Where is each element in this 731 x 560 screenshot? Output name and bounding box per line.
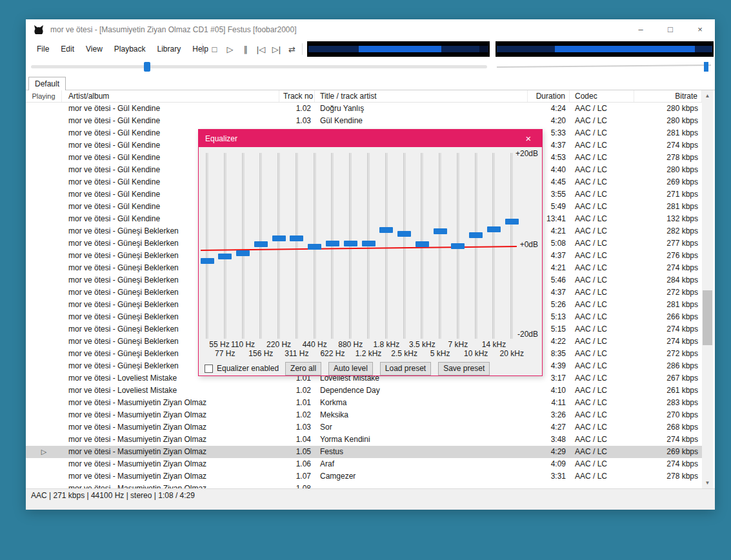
- playlist-row[interactable]: ▷mor ve ötesi - Masumiyetin Ziyan Olmaz1…: [26, 446, 702, 458]
- bitrate-cell: 280 kbps: [634, 164, 702, 176]
- eq-band-track-110Hz[interactable]: [242, 153, 245, 339]
- save-preset-button[interactable]: Save preset: [438, 362, 490, 375]
- playlist-row[interactable]: mor ve ötesi - Masumiyetin Ziyan Olmaz1.…: [26, 434, 702, 446]
- zero-all-button[interactable]: Zero all: [285, 362, 321, 375]
- playlist-row[interactable]: mor ve ötesi - Loveliest Mistake1.02Depe…: [26, 385, 702, 397]
- minimize-button[interactable]: –: [626, 19, 656, 39]
- playlist-row[interactable]: mor ve ötesi - Masumiyetin Ziyan Olmaz1.…: [26, 397, 702, 409]
- bitrate-cell: 283 kbps: [634, 397, 702, 409]
- scrollbar-thumb[interactable]: [703, 290, 712, 345]
- eq-band-thumb-220Hz[interactable]: [272, 235, 286, 241]
- codec-cell: AAC / LC: [570, 115, 634, 127]
- menu-library[interactable]: Library: [152, 40, 187, 58]
- column-header-bitrate[interactable]: Bitrate: [634, 90, 702, 102]
- eq-band-thumb-14kHz[interactable]: [487, 226, 501, 232]
- load-preset-button[interactable]: Load preset: [380, 362, 431, 375]
- title-cell: [315, 483, 528, 488]
- seekbar-thumb[interactable]: [144, 62, 150, 72]
- eq-band-track-55Hz[interactable]: [206, 153, 208, 339]
- tab-default[interactable]: Default: [28, 77, 66, 90]
- random-button[interactable]: ⇄: [285, 42, 299, 56]
- eq-band-thumb-25kHz[interactable]: [397, 231, 411, 237]
- eq-band-thumb-622Hz[interactable]: [326, 241, 339, 246]
- menu-playback[interactable]: Playback: [108, 40, 152, 58]
- scroll-down-icon[interactable]: ▼: [702, 477, 713, 488]
- duration-cell: 4:11: [528, 397, 570, 409]
- vertical-scrollbar[interactable]: ▲ ▼: [702, 90, 713, 488]
- playlist-row[interactable]: mor ve ötesi - Masumiyetin Ziyan Olmaz1.…: [26, 458, 702, 470]
- close-button[interactable]: ×: [685, 19, 715, 39]
- eq-band-track-311Hz[interactable]: [295, 153, 298, 339]
- bitrate-cell: 274 kbps: [634, 434, 702, 446]
- eq-band-label-14kHz: 14 kHz: [474, 340, 513, 349]
- eq-band-track-77Hz[interactable]: [224, 153, 226, 339]
- playlist-row[interactable]: mor ve ötesi - Masumiyetin Ziyan Olmaz1.…: [26, 421, 702, 434]
- next-button[interactable]: ▷|: [270, 42, 283, 56]
- titlebar[interactable]: mor ve ötesi - [Masumiyetin Ziyan Olmaz …: [26, 19, 715, 40]
- eq-band-thumb-5kHz[interactable]: [434, 228, 447, 234]
- playing-cell: [26, 421, 62, 434]
- eq-band-track-25kHz[interactable]: [403, 153, 406, 339]
- artist-cell: mor ve ötesi - Gül Kendine: [62, 115, 279, 127]
- equalizer-buttons: Zero allAuto levelLoad presetSave preset: [285, 362, 490, 375]
- eq-band-thumb-7kHz[interactable]: [451, 243, 465, 249]
- eq-band-thumb-20kHz[interactable]: [505, 219, 519, 225]
- eq-band-thumb-18kHz[interactable]: [379, 227, 393, 233]
- eq-band-track-18kHz[interactable]: [385, 153, 388, 339]
- eq-db-min-label: -20dB: [517, 330, 538, 339]
- eq-band-thumb-12kHz[interactable]: [362, 241, 376, 246]
- playlist-row[interactable]: mor ve ötesi - Gül Kendine1.03Gül Kendin…: [26, 115, 702, 127]
- previous-button[interactable]: |◁: [254, 42, 268, 56]
- equalizer-close-icon[interactable]: ×: [515, 130, 542, 147]
- eq-band-thumb-77Hz[interactable]: [218, 254, 232, 259]
- playing-cell: [26, 250, 62, 262]
- eq-band-thumb-55Hz[interactable]: [201, 258, 214, 264]
- playing-cell: [26, 409, 62, 421]
- maximize-button[interactable]: □: [656, 19, 685, 39]
- stop-button[interactable]: □: [208, 42, 221, 56]
- eq-band-track-5kHz[interactable]: [439, 153, 441, 339]
- column-header-artist[interactable]: Artist/album: [62, 90, 279, 102]
- volume-slider[interactable]: [497, 65, 711, 68]
- seekbar[interactable]: [31, 65, 487, 68]
- playing-cell: [26, 201, 62, 213]
- column-header-codec[interactable]: Codec: [570, 90, 634, 102]
- menu-file[interactable]: File: [31, 40, 55, 58]
- artist-cell: mor ve ötesi - Masumiyetin Ziyan Olmaz: [62, 397, 279, 409]
- eq-band-thumb-110Hz[interactable]: [236, 250, 250, 256]
- auto-level-button[interactable]: Auto level: [328, 362, 373, 375]
- eq-band-thumb-880Hz[interactable]: [344, 241, 357, 246]
- track-cell: 1.08: [279, 483, 315, 488]
- codec-cell: AAC / LC: [570, 139, 634, 152]
- volume-thumb[interactable]: [704, 62, 708, 72]
- spectrum-bar-right: [497, 46, 712, 52]
- playlist-row[interactable]: mor ve ötesi - Masumiyetin Ziyan Olmaz1.…: [26, 470, 702, 483]
- playing-cell: [26, 323, 62, 335]
- duration-cell: 4:09: [528, 458, 570, 470]
- column-header-duration[interactable]: Duration: [528, 90, 570, 102]
- eq-band-track-220Hz[interactable]: [277, 153, 280, 339]
- eq-band-thumb-10kHz[interactable]: [469, 232, 483, 238]
- scroll-up-icon[interactable]: ▲: [702, 90, 713, 101]
- equalizer-titlebar[interactable]: Equalizer ×: [199, 130, 542, 147]
- eq-band-thumb-35kHz[interactable]: [416, 241, 429, 247]
- playlist-row[interactable]: mor ve ötesi - Masumiyetin Ziyan Olmaz1.…: [26, 409, 702, 421]
- transport-controls: □▷∥|◁▷|⇄: [208, 40, 299, 58]
- eq-band-thumb-311Hz[interactable]: [290, 235, 303, 241]
- menu-edit[interactable]: Edit: [55, 40, 80, 58]
- track-cell: 1.01: [279, 397, 315, 409]
- eq-band-thumb-440Hz[interactable]: [308, 244, 321, 250]
- column-header-title[interactable]: Title / track artist: [315, 90, 528, 102]
- playlist-row[interactable]: mor ve ötesi - Masumiyetin Ziyan Olmaz1.…: [26, 483, 702, 488]
- equalizer-enabled-checkbox[interactable]: [205, 365, 213, 373]
- column-header-playing[interactable]: Playing: [26, 90, 62, 102]
- eq-band-thumb-156Hz[interactable]: [254, 241, 268, 247]
- pause-button[interactable]: ∥: [239, 42, 252, 56]
- toolbar-separator: [302, 43, 303, 55]
- play-button[interactable]: ▷: [223, 42, 237, 56]
- playlist-row[interactable]: mor ve ötesi - Gül Kendine1.02Doğru Yanl…: [26, 103, 702, 115]
- menu-view[interactable]: View: [80, 40, 108, 58]
- spectrum-bar-left: [308, 46, 488, 52]
- column-header-track[interactable]: Track no: [279, 90, 315, 102]
- artist-cell: mor ve ötesi - Masumiyetin Ziyan Olmaz: [62, 409, 279, 421]
